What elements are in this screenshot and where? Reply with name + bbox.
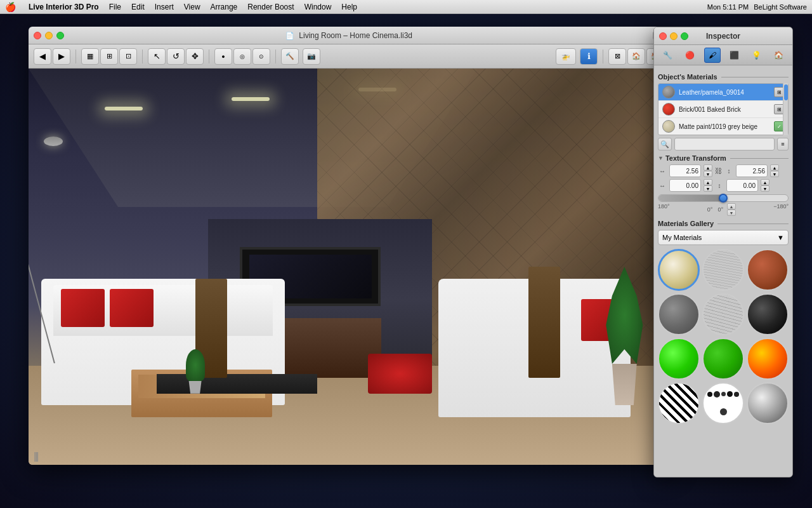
height-up-button[interactable]: ▲ xyxy=(770,164,779,171)
materials-scroll-thumb[interactable] xyxy=(784,84,788,100)
close-button[interactable] xyxy=(34,32,41,39)
material-search-bar[interactable] xyxy=(674,138,775,150)
menu-window[interactable]: Window xyxy=(304,3,332,11)
material-name-brick: Brick/001 Baked Brick xyxy=(679,106,770,113)
material-name-matte: Matte paint/1019 grey beige xyxy=(679,123,770,130)
info-button[interactable]: ℹ xyxy=(580,48,598,65)
nav-group: ◀ ▶ xyxy=(34,48,70,65)
height-input[interactable] xyxy=(736,164,768,177)
spot-light-button[interactable]: ◎ xyxy=(233,48,251,65)
inspector-maximize-button[interactable] xyxy=(681,32,688,40)
inspector-title-bar: Inspector xyxy=(654,27,792,45)
offset-x-down-button[interactable]: ▼ xyxy=(704,185,712,192)
menu-arrange[interactable]: Arrange xyxy=(211,3,238,11)
menu-edit[interactable]: Edit xyxy=(131,3,145,11)
gallery-item-black[interactable] xyxy=(747,293,789,335)
materials-gallery-section: Materials Gallery My Materials ▼ xyxy=(658,220,789,424)
offset-y-input[interactable] xyxy=(726,179,758,192)
screenshot-button[interactable]: 📷 xyxy=(303,48,320,65)
gallery-grid xyxy=(658,249,789,424)
material-item-leather[interactable]: Leather/pamela_09014 ⊞ xyxy=(658,84,788,101)
gallery-item-wood[interactable] xyxy=(702,249,744,291)
offset-row: ↔ ▲ ▼ ↕ ▲ ▼ xyxy=(658,179,789,192)
tab-object[interactable]: 🏠 xyxy=(771,48,787,63)
menu-file[interactable]: File xyxy=(109,3,121,11)
tab-light[interactable]: 💡 xyxy=(749,48,765,63)
plant-right xyxy=(599,267,650,405)
offset-y-up-button[interactable]: ▲ xyxy=(761,179,769,185)
height-stepper: ▲ ▼ xyxy=(770,164,779,177)
angle-down-button[interactable]: ▼ xyxy=(727,210,736,216)
main-traffic-lights xyxy=(34,32,64,39)
viewport[interactable]: ||| xyxy=(29,69,669,465)
forward-button[interactable]: ▶ xyxy=(53,48,70,65)
build-button[interactable]: 🔨 xyxy=(281,48,299,65)
offset-y-label: ↕ xyxy=(715,182,724,189)
menu-insert[interactable]: Insert xyxy=(155,3,174,11)
materials-scrollbar[interactable] xyxy=(783,83,788,135)
select-tool-button[interactable]: ↖ xyxy=(148,48,166,65)
gallery-item-green-bright[interactable] xyxy=(658,338,700,380)
material-menu-button[interactable]: ≡ xyxy=(777,138,789,150)
menu-render-boost[interactable]: Render Boost xyxy=(247,3,294,11)
offset-y-down-button[interactable]: ▼ xyxy=(761,185,769,192)
ortho-view-button[interactable]: ⊠ xyxy=(608,48,626,65)
main-toolbar: ◀ ▶ ▦ ⊞ ⊡ ↖ ↺ ✥ ● ◎ ⊙ 🔨 📷 xyxy=(29,44,669,69)
elevation-button[interactable]: ⊞ xyxy=(100,48,118,65)
speaker-right xyxy=(528,267,561,378)
inspector-close-button[interactable] xyxy=(659,32,667,40)
eyedropper-button[interactable]: 🔍 xyxy=(658,138,672,150)
apple-menu[interactable]: 🍎 xyxy=(5,2,16,12)
interior-view-button[interactable]: 🏠 xyxy=(627,48,645,65)
gallery-item-zebra[interactable] xyxy=(658,382,700,424)
gallery-item-spots[interactable] xyxy=(702,382,744,424)
maximize-button[interactable] xyxy=(56,32,64,39)
offset-x-label: ↔ xyxy=(658,182,667,189)
material-item-matte[interactable]: Matte paint/1019 grey beige ✓ xyxy=(658,118,788,135)
tab-texture[interactable]: ⬛ xyxy=(726,48,743,63)
angle-up-button[interactable]: ▲ xyxy=(727,203,736,210)
menu-help[interactable]: Help xyxy=(341,3,357,11)
point-light-button[interactable]: ● xyxy=(214,48,232,65)
gallery-item-brick[interactable] xyxy=(747,249,789,291)
angle-slider-thumb[interactable] xyxy=(719,194,728,203)
materials-container: Leather/pamela_09014 ⊞ Brick/001 Baked B… xyxy=(658,83,789,135)
offset-x-up-button[interactable]: ▲ xyxy=(704,179,712,185)
perspective-button[interactable]: ⊡ xyxy=(119,48,137,65)
gallery-item-cream[interactable] xyxy=(658,249,700,291)
inspector-minimize-button[interactable] xyxy=(670,32,678,40)
back-button[interactable]: ◀ xyxy=(34,48,51,65)
tab-properties[interactable]: 🔧 xyxy=(660,48,676,63)
floor-plan-button[interactable]: ▦ xyxy=(81,48,99,65)
ceiling-light-1 xyxy=(105,107,143,110)
inspector-panel: Inspector 🔧 🔴 🖌 ⬛ 💡 🏠 Object's Materials xyxy=(653,27,793,478)
orbit-tool-button[interactable]: ↺ xyxy=(167,48,185,65)
gallery-item-stone[interactable] xyxy=(658,293,700,335)
height-down-button[interactable]: ▼ xyxy=(770,171,779,177)
width-input[interactable] xyxy=(669,164,701,177)
gallery-item-silver[interactable] xyxy=(747,382,789,424)
objects-materials-header: Object's Materials xyxy=(658,73,789,81)
menu-view[interactable]: View xyxy=(184,3,200,11)
pan-tool-button[interactable]: ✥ xyxy=(186,48,204,65)
material-swatch-matte xyxy=(662,120,675,133)
tab-paint[interactable]: 🖌 xyxy=(704,48,721,63)
gallery-item-fire[interactable] xyxy=(747,338,789,380)
fireplace-item xyxy=(368,354,432,393)
width-down-button[interactable]: ▼ xyxy=(704,171,712,177)
minimize-button[interactable] xyxy=(45,32,53,39)
tab-materials[interactable]: 🔴 xyxy=(682,48,698,63)
scroll-indicator[interactable]: ||| xyxy=(34,451,37,462)
app-name[interactable]: Live Interior 3D Pro xyxy=(29,3,99,11)
material-item-brick[interactable]: Brick/001 Baked Brick ⊞ xyxy=(658,101,788,118)
width-up-button[interactable]: ▲ xyxy=(704,164,712,171)
material-swatch-brick xyxy=(662,103,675,116)
area-light-button[interactable]: ⊙ xyxy=(252,48,270,65)
inspector-body: Object's Materials Leather/pamela_09014 … xyxy=(654,65,792,477)
angle-slider-track[interactable] xyxy=(658,194,789,202)
gallery-item-green-dark[interactable] xyxy=(702,338,744,380)
gallery-item-dark-wood[interactable] xyxy=(702,293,744,335)
gallery-dropdown[interactable]: My Materials ▼ xyxy=(658,230,789,245)
offset-x-input[interactable] xyxy=(669,179,701,192)
fly-through-button[interactable]: 🚁 xyxy=(556,48,576,65)
